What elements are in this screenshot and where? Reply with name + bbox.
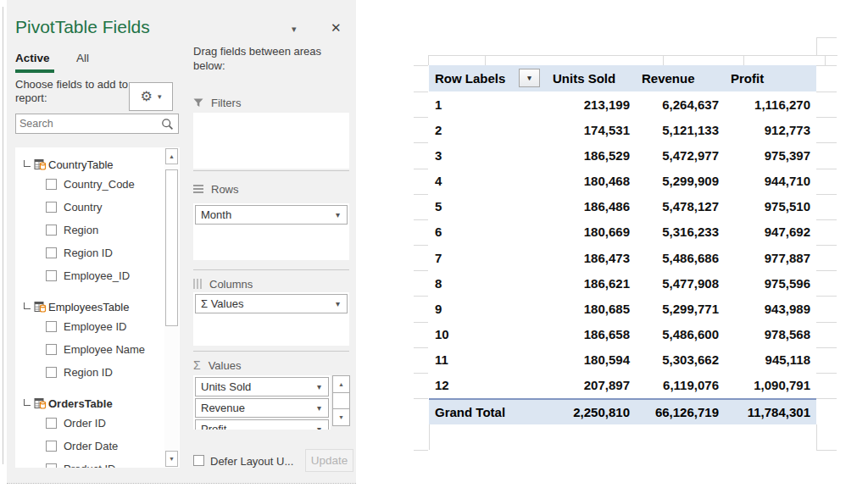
pivot-value-cell[interactable]: 975,397 [725,148,816,163]
field-checkbox[interactable] [46,367,57,378]
field-checkbox[interactable] [46,321,57,332]
pivot-row-label-cell[interactable]: 5 [429,199,547,214]
pivot-value-cell[interactable]: 186,486 [547,199,636,214]
pivot-row-label-cell[interactable]: 6 [429,225,547,239]
filters-drop-area[interactable] [193,113,349,169]
area-field-pill[interactable]: Units Sold ▾ [195,377,329,396]
pivot-value-cell[interactable]: 945,118 [725,352,816,367]
field-item[interactable]: Employee ID [22,315,163,338]
field-group-header[interactable]: EmployeesTable [22,298,163,315]
grand-total-label-cell[interactable]: Grand Total [429,405,547,419]
pivot-row-label-cell[interactable]: 10 [429,327,547,341]
scrollbar-thumb[interactable] [165,169,178,326]
pivot-value-cell[interactable]: 5,299,909 [636,174,725,188]
area-field-pill[interactable]: Month ▾ [195,205,348,225]
row-labels-filter-button[interactable]: ▾ [519,69,540,87]
tab-active[interactable]: Active [15,52,50,64]
values-drop-area[interactable]: Units Sold ▾ Revenue ▾ Profit ▾ [193,375,331,430]
pivot-row-label-cell[interactable]: 12 [429,378,547,392]
field-checkbox[interactable] [46,202,57,213]
field-group-header[interactable]: CountryTable [22,156,163,173]
scroll-up-button[interactable]: ▲ [165,148,178,164]
pivot-value-cell[interactable]: 975,596 [725,276,816,291]
pivot-value-cell[interactable]: 978,568 [725,327,816,341]
field-checkbox[interactable] [46,441,57,452]
pivot-column-header[interactable]: Row Labels▾ [429,65,547,92]
pivot-value-cell[interactable]: 1,090,791 [725,378,816,392]
field-checkbox[interactable] [46,418,57,429]
pivot-row-label-cell[interactable]: 2 [429,123,547,137]
fields-list-scrollbar[interactable]: ▲ ▼ [164,148,179,467]
tab-all[interactable]: All [76,52,89,64]
pivot-value-cell[interactable]: 186,529 [547,148,636,163]
values-scrollbar[interactable]: ▲ ▼ [332,375,350,427]
field-item[interactable]: Employee Name [22,338,163,361]
pivot-value-cell[interactable]: 5,121,133 [636,123,725,137]
pivot-row-label-cell[interactable]: 9 [429,302,547,316]
pivot-value-cell[interactable]: 6,119,076 [636,378,725,392]
defer-layout-checkbox[interactable] [193,455,204,466]
pivot-row-label-cell[interactable]: 8 [429,276,547,291]
pivot-value-cell[interactable]: 912,773 [725,123,816,137]
scrollbar-track[interactable] [332,392,350,409]
pivot-value-cell[interactable]: 186,473 [547,251,636,265]
pivot-value-cell[interactable]: 5,478,127 [636,199,725,214]
pivot-row-label-cell[interactable]: 1 [429,97,547,112]
pivot-value-cell[interactable]: 186,621 [547,276,636,291]
area-field-pill[interactable]: Σ Values ▾ [195,294,348,313]
field-checkbox[interactable] [46,463,57,468]
field-item[interactable]: Country_Code [22,173,163,196]
pivot-value-cell[interactable]: 944,710 [725,174,816,188]
pivot-row-label-cell[interactable]: 4 [429,174,547,188]
search-box[interactable] [15,114,179,134]
pivot-value-cell[interactable]: 186,658 [547,327,636,341]
field-checkbox[interactable] [46,179,57,190]
scroll-up-button[interactable]: ▲ [332,375,350,393]
field-item[interactable]: Region [22,219,163,241]
pivot-value-cell[interactable]: 207,897 [547,378,636,392]
pivot-value-cell[interactable]: 180,685 [547,302,636,316]
tools-gear-button[interactable]: ⚙ ▾ [129,82,173,111]
pivot-row-label-cell[interactable]: 3 [429,148,547,163]
grand-total-value-cell[interactable]: 2,250,810 [547,405,636,419]
pivot-value-cell[interactable]: 6,264,637 [636,97,725,112]
field-item[interactable]: Country [22,196,163,219]
rows-drop-area[interactable]: Month ▾ [193,203,349,260]
pivot-value-cell[interactable]: 5,486,600 [636,327,725,341]
pivot-value-cell[interactable]: 213,199 [547,97,636,112]
pivot-row-label-cell[interactable]: 7 [429,251,547,265]
field-checkbox[interactable] [46,270,57,281]
pivot-value-cell[interactable]: 180,669 [547,225,636,239]
pivot-value-cell[interactable]: 5,299,771 [636,302,725,316]
columns-drop-area[interactable]: Σ Values ▾ [193,292,349,346]
pivot-value-cell[interactable]: 5,477,908 [636,276,725,291]
pivot-value-cell[interactable]: 977,887 [725,251,816,265]
pivot-value-cell[interactable]: 5,316,233 [636,225,725,239]
pivot-row-label-cell[interactable]: 11 [429,352,547,367]
field-checkbox[interactable] [46,247,57,258]
pivot-value-cell[interactable]: 5,303,662 [636,352,725,367]
pivot-value-cell[interactable]: 1,116,270 [725,97,816,112]
field-item[interactable]: Region ID [22,241,163,264]
field-group-header[interactable]: OrdersTable [22,395,163,412]
field-item[interactable]: Product ID [22,458,163,468]
pivot-column-header[interactable]: Profit [725,65,816,92]
pivot-value-cell[interactable]: 5,472,977 [636,148,725,163]
pivot-column-header[interactable]: Revenue [636,65,725,92]
pivot-column-header[interactable]: Units Sold [547,65,636,92]
pivot-value-cell[interactable]: 943,989 [725,302,816,316]
field-item[interactable]: Order ID [22,412,163,435]
field-item[interactable]: Employee_ID [22,264,163,287]
pivot-value-cell[interactable]: 5,486,686 [636,251,725,265]
pane-options-caret-icon[interactable]: ▾ [292,24,297,35]
pivot-value-cell[interactable]: 975,510 [725,199,816,214]
update-button[interactable]: Update [305,449,353,472]
pivot-value-cell[interactable]: 180,468 [547,174,636,188]
field-checkbox[interactable] [46,344,57,355]
area-field-pill[interactable]: Profit ▾ [195,419,329,430]
grand-total-value-cell[interactable]: 11,784,301 [725,405,816,419]
scroll-down-button[interactable]: ▼ [165,451,178,467]
grand-total-value-cell[interactable]: 66,126,719 [636,405,725,419]
search-input[interactable] [16,118,161,130]
area-field-pill[interactable]: Revenue ▾ [195,398,329,418]
